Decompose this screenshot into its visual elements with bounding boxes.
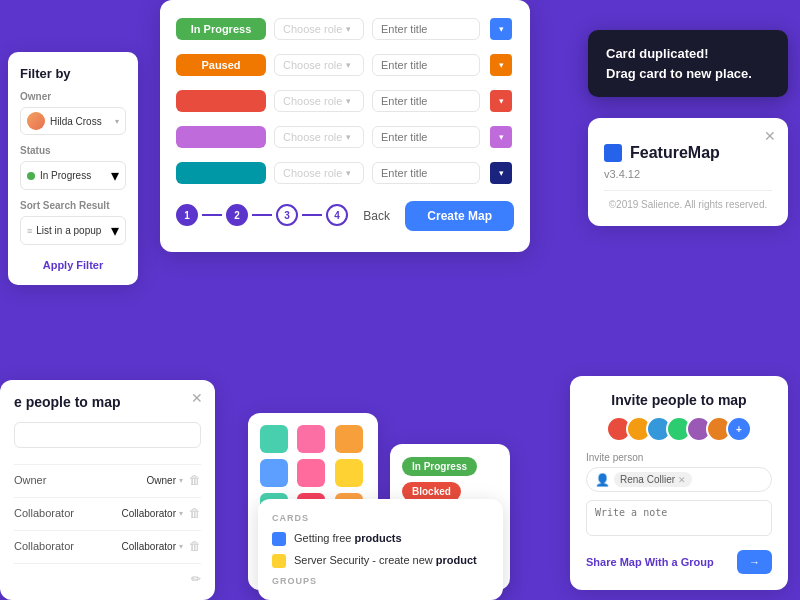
cards-panel: CARDS Getting free products Server Secur…: [258, 499, 503, 600]
delete-icon[interactable]: 🗑: [189, 473, 201, 487]
color-option[interactable]: [335, 425, 363, 453]
share-group-button[interactable]: Share Map With a Group: [586, 556, 714, 568]
create-map-button[interactable]: Create Map: [405, 201, 514, 231]
status-select[interactable]: In Progress ▾: [20, 161, 126, 190]
sort-select[interactable]: ≡ List in a popup ▾: [20, 216, 126, 245]
copyright-text: ©2019 Salience. All rights reserved.: [604, 199, 772, 210]
collab1-perm-label: Collaborator: [14, 507, 116, 519]
invite-person-label: Invite person: [586, 452, 772, 463]
owner-label: Owner: [20, 91, 126, 102]
delete-icon[interactable]: 🗑: [189, 506, 201, 520]
filter-title: Filter by: [20, 66, 126, 81]
badge-teal: [176, 162, 266, 184]
divider: [14, 530, 201, 531]
color-swatch-3[interactable]: ▾: [488, 88, 514, 114]
color-option[interactable]: [335, 459, 363, 487]
owner-perm-label: Owner: [14, 474, 141, 486]
note-textarea[interactable]: [586, 500, 772, 536]
divider: [604, 190, 772, 191]
status-dot-icon: [27, 172, 35, 180]
badge-paused: Paused: [176, 54, 266, 76]
chevron-down-icon: ▾: [499, 96, 504, 106]
more-avatars-button[interactable]: +: [726, 416, 752, 442]
apply-filter-button[interactable]: Apply Filter: [20, 259, 126, 271]
permission-row-owner: Owner Owner ▾ 🗑: [14, 473, 201, 487]
chevron-down-icon: ▾: [115, 117, 119, 126]
owner-select[interactable]: Hilda Cross ▾: [20, 107, 126, 135]
back-button[interactable]: Back: [363, 209, 390, 223]
badge-red: [176, 90, 266, 112]
chevron-down-icon: ▾: [499, 132, 504, 142]
chevron-down-icon: ▾: [179, 476, 183, 485]
list-icon: ≡: [27, 226, 32, 236]
role-select-2[interactable]: Choose role ▾: [274, 54, 364, 76]
send-button[interactable]: →: [737, 550, 772, 574]
status-value: In Progress: [40, 170, 111, 181]
stepper: 1 2 3 4: [176, 204, 348, 226]
color-option[interactable]: [260, 425, 288, 453]
step-2[interactable]: 2: [226, 204, 248, 226]
step-line: [202, 214, 222, 216]
step-4[interactable]: 4: [326, 204, 348, 226]
color-swatch-1[interactable]: ▾: [488, 16, 514, 42]
chevron-down-icon: ▾: [179, 509, 183, 518]
title-input-4[interactable]: [372, 126, 480, 148]
featuremap-version: v3.4.12: [604, 168, 772, 180]
role-select-4[interactable]: Choose role ▾: [274, 126, 364, 148]
color-swatch-5[interactable]: ▾: [488, 160, 514, 186]
sort-value: List in a popup: [36, 225, 111, 236]
badge-in-progress: In Progress: [176, 18, 266, 40]
search-input[interactable]: [14, 422, 201, 448]
step-1[interactable]: 1: [176, 204, 198, 226]
toast-notification: Card duplicated! Drag card to new place.: [588, 30, 788, 97]
share-group-row: Share Map With a Group →: [586, 550, 772, 574]
owner-perm-select[interactable]: Owner ▾: [147, 475, 183, 486]
title-input-1[interactable]: [372, 18, 480, 40]
role-select-5[interactable]: Choose role ▾: [274, 162, 364, 184]
person-tag: Rena Collier ✕: [614, 472, 692, 487]
color-option[interactable]: [297, 425, 325, 453]
person-icon: 👤: [595, 473, 610, 487]
title-input-3[interactable]: [372, 90, 480, 112]
delete-icon[interactable]: 🗑: [189, 539, 201, 553]
status-badge-in-progress: In Progress: [402, 456, 498, 481]
invite-person-input[interactable]: 👤 Rena Collier ✕: [586, 467, 772, 492]
divider: [14, 497, 201, 498]
collab2-perm-select[interactable]: Collaborator ▾: [122, 541, 183, 552]
edit-pencil-icon[interactable]: ✏: [191, 572, 201, 586]
step-line: [302, 214, 322, 216]
card-color-icon: [272, 554, 286, 568]
featuremap-modal: ✕ FeatureMap v3.4.12 ©2019 Salience. All…: [588, 118, 788, 226]
toast-line1: Card duplicated!: [606, 44, 770, 64]
close-icon[interactable]: ✕: [191, 390, 203, 406]
color-swatch-4[interactable]: ▾: [488, 124, 514, 150]
step-line: [252, 214, 272, 216]
color-swatch-2[interactable]: ▾: [488, 52, 514, 78]
person-name: Rena Collier: [620, 474, 675, 485]
edit-icon-row: ✏: [14, 572, 201, 586]
card-text-2: Server Security - create new product: [294, 553, 477, 568]
main-card: In Progress Choose role ▾ ▾ Paused Choos…: [160, 0, 530, 252]
avatar: [27, 112, 45, 130]
remove-person-icon[interactable]: ✕: [678, 475, 686, 485]
collab2-perm-label: Collaborator: [14, 540, 116, 552]
title-input-2[interactable]: [372, 54, 480, 76]
chevron-down-icon: ▾: [499, 168, 504, 178]
color-row-5: Choose role ▾ ▾: [176, 160, 514, 186]
invite-left-title: e people to map: [14, 394, 201, 410]
color-row-2: Paused Choose role ▾ ▾: [176, 52, 514, 78]
chevron-down-icon: ▾: [499, 60, 504, 70]
color-option[interactable]: [260, 459, 288, 487]
collab1-perm-select[interactable]: Collaborator ▾: [122, 508, 183, 519]
role-select-1[interactable]: Choose role ▾: [274, 18, 364, 40]
title-input-5[interactable]: [372, 162, 480, 184]
close-icon[interactable]: ✕: [764, 128, 776, 144]
logo-square-icon: [604, 144, 622, 162]
chevron-down-icon: ▾: [346, 132, 351, 142]
step-3[interactable]: 3: [276, 204, 298, 226]
chevron-down-icon: ▾: [346, 24, 351, 34]
role-placeholder-1: Choose role: [283, 23, 342, 35]
color-option[interactable]: [297, 459, 325, 487]
cards-section-title: CARDS: [272, 513, 489, 523]
role-select-3[interactable]: Choose role ▾: [274, 90, 364, 112]
